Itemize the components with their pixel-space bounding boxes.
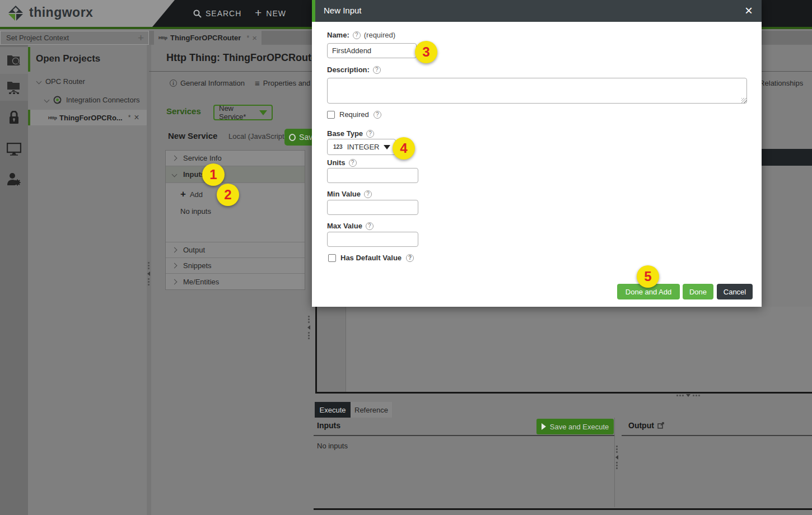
nav-explorer-button[interactable] — [0, 47, 28, 74]
cancel-button[interactable]: Cancel — [717, 284, 753, 299]
document-tab-label: ThingForOPCRouter — [170, 34, 241, 42]
document-tab-thingforopcrouter[interactable]: Http ThingForOPCRouter * × — [154, 31, 262, 45]
help-icon[interactable]: ? — [374, 111, 381, 119]
console-split-divider[interactable] — [614, 418, 615, 507]
min-value-label: Min Value — [327, 190, 361, 198]
add-input-button[interactable]: + Add — [180, 189, 203, 200]
tree-node-label[interactable]: OPC Router — [45, 77, 85, 86]
required-label: Required — [339, 110, 369, 119]
new-label: NEW — [266, 9, 286, 18]
chevron-down-icon — [259, 110, 267, 115]
save-and-execute-button[interactable]: Save and Execute — [536, 419, 614, 434]
add-project-icon[interactable]: + — [138, 32, 144, 44]
help-icon[interactable]: ? — [406, 254, 414, 262]
console-resize-handle[interactable] — [676, 394, 700, 397]
help-icon[interactable]: ? — [366, 222, 374, 230]
open-projects-title: Open Projects — [36, 53, 100, 64]
tree-node-label[interactable]: ThingForOPCRo... — [59, 114, 123, 122]
accordion-label: Service Info — [183, 154, 222, 162]
name-input[interactable] — [327, 43, 417, 58]
dialog-accent-bar — [312, 0, 315, 22]
accordion-output[interactable]: Output — [166, 242, 305, 258]
tree-node-label[interactable]: Integration Connectors — [66, 96, 140, 104]
no-inputs-text: No inputs — [180, 207, 211, 216]
has-default-checkbox-row: Has Default Value ? — [328, 254, 414, 262]
save-and-execute-label: Save and Execute — [550, 423, 609, 431]
tab-label: Reference — [354, 406, 388, 414]
base-type-value: INTEGER — [347, 143, 380, 151]
required-checkbox[interactable] — [327, 111, 335, 119]
units-input[interactable] — [327, 168, 418, 183]
close-icon[interactable]: × — [134, 113, 139, 123]
annotation-badge-1: 1 — [202, 163, 225, 186]
description-textarea[interactable] — [327, 78, 747, 104]
top-bar-brand-area: thingworx — [0, 0, 175, 27]
collapse-left-icon — [307, 325, 310, 330]
service-selector-dropdown[interactable]: New Service* — [213, 105, 273, 120]
accordion-label: Me/Entities — [183, 278, 219, 286]
name-label-row: Name: ? (required) — [327, 31, 395, 39]
lock-icon — [8, 111, 20, 124]
editor-pane-collapse-handle[interactable] — [307, 316, 310, 339]
open-in-window-icon[interactable] — [657, 422, 665, 429]
close-icon[interactable]: × — [252, 33, 257, 43]
folder-network-icon — [7, 81, 21, 94]
has-default-checkbox[interactable] — [328, 254, 336, 262]
search-label: SEARCH — [206, 9, 241, 18]
folder-search-icon — [7, 54, 21, 67]
thingworx-composer: thingworx SEARCH + NEW Set Project Conte… — [0, 0, 812, 515]
output-panel-heading: Output — [628, 421, 654, 430]
nav-monitoring-button[interactable] — [0, 135, 28, 162]
tab-reference[interactable]: Reference — [351, 402, 392, 418]
nav-security-button[interactable] — [0, 104, 28, 131]
tab-execute[interactable]: Execute — [315, 402, 351, 418]
service-name: New Service — [168, 131, 217, 141]
add-label: Add — [190, 190, 203, 199]
textarea-resize-handle[interactable] — [741, 98, 746, 103]
project-group-icon — [53, 96, 62, 104]
nav-user-admin-button[interactable] — [0, 166, 28, 193]
help-icon[interactable]: ? — [349, 159, 357, 167]
collapse-left-icon — [615, 455, 618, 460]
chevron-down-icon — [384, 145, 390, 149]
chevron-down-icon[interactable] — [44, 97, 50, 103]
description-label-row: Description: ? — [327, 65, 381, 74]
min-value-input[interactable] — [327, 200, 418, 215]
accordion-inputs[interactable]: Inputs — [166, 166, 305, 183]
chevron-down-icon[interactable] — [36, 79, 42, 85]
thing-template-prefix: Http — [48, 115, 57, 120]
done-button[interactable]: Done — [683, 284, 713, 299]
accordion-me-entities[interactable]: Me/Entities — [166, 274, 305, 290]
help-icon[interactable]: ? — [353, 31, 361, 39]
script-editor[interactable] — [315, 307, 812, 394]
chevron-right-icon — [172, 279, 178, 285]
console-split-handle[interactable] — [615, 446, 618, 469]
tree-node-thing-selected[interactable]: Http ThingForOPCRo... * × — [28, 110, 149, 125]
max-value-input[interactable] — [327, 232, 418, 247]
close-icon[interactable]: × — [745, 3, 753, 18]
base-type-dropdown[interactable]: 123 INTEGER — [327, 139, 396, 155]
help-icon[interactable]: ? — [364, 190, 372, 198]
annotation-badge-5: 5 — [637, 265, 659, 288]
base-type-label-row: Base Type ? — [327, 129, 374, 138]
base-type-badge: 123 — [333, 144, 343, 150]
inputs-heading-divider — [314, 435, 614, 436]
tree-node-integration-connectors[interactable]: Integration Connectors — [45, 96, 140, 104]
base-type-label: Base Type — [327, 129, 363, 138]
max-value-label-row: Max Value ? — [327, 222, 374, 230]
editor-line-gutter — [317, 307, 346, 392]
search-button[interactable]: SEARCH — [193, 0, 241, 27]
accordion-snippets[interactable]: Snippets — [166, 258, 305, 274]
new-button[interactable]: + NEW — [255, 0, 286, 27]
service-type: Local (JavaScript) — [228, 132, 287, 141]
sidebar-collapse-handle[interactable] — [147, 262, 150, 285]
console-no-inputs-text: No inputs — [317, 442, 348, 450]
help-icon[interactable]: ? — [373, 66, 381, 74]
set-project-context-bar[interactable]: Set Project Context + — [0, 31, 149, 45]
service-selector-value: New Service* — [219, 104, 259, 121]
nav-organize-button[interactable] — [0, 74, 28, 101]
accordion-service-info[interactable]: Service Info — [166, 151, 305, 166]
tab-general-information[interactable]: i General Information — [170, 79, 245, 87]
help-icon[interactable]: ? — [366, 130, 374, 138]
tree-node-opc-router[interactable]: OPC Router — [37, 77, 85, 86]
